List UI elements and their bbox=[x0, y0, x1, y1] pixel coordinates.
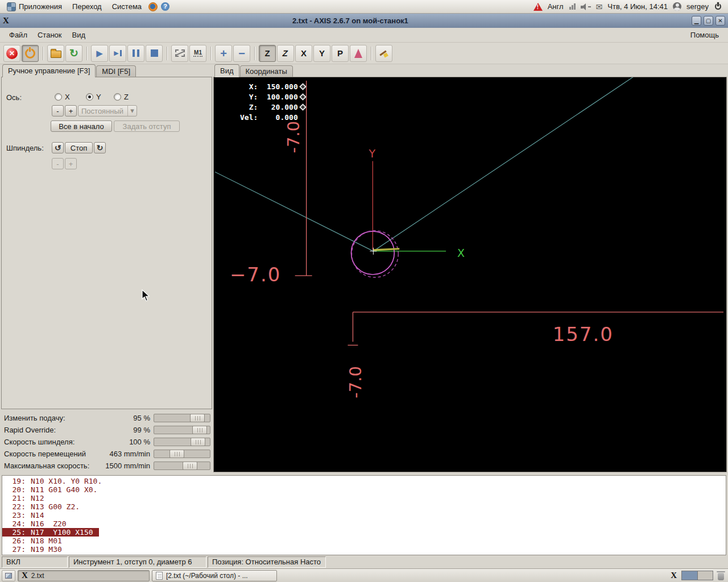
preview-canvas[interactable]: Y X -7.0 −7.0 bbox=[213, 77, 727, 472]
gcode-line-text: N12 bbox=[31, 494, 44, 502]
trash-icon[interactable] bbox=[718, 573, 724, 580]
jog-plus-button[interactable]: + bbox=[65, 105, 77, 117]
workspace-switcher[interactable] bbox=[681, 571, 713, 580]
menu-file[interactable]: Файл bbox=[5, 29, 32, 41]
titlebar[interactable]: 2.txt - AXIS 2.6.7 on мой-станок1 ▁ ▢ ✕ bbox=[0, 14, 728, 28]
gcode-line-active[interactable]: 25:N17 Y100 X150 bbox=[2, 528, 99, 537]
update-warning-icon[interactable] bbox=[533, 3, 543, 11]
home-all-button[interactable]: Все в начало bbox=[51, 120, 112, 132]
pause-program-button[interactable] bbox=[127, 45, 144, 62]
system-menu[interactable]: Система bbox=[109, 2, 145, 11]
close-button[interactable]: ✕ bbox=[715, 16, 725, 26]
tab-coordinates[interactable]: Координаты bbox=[240, 65, 293, 77]
gcode-line[interactable]: 20:N11 G01 G40 X0. bbox=[2, 485, 103, 494]
machine-power-button[interactable] bbox=[22, 45, 39, 62]
jog-minus-button[interactable]: - bbox=[52, 105, 64, 117]
firefox-launcher-icon[interactable] bbox=[148, 2, 158, 11]
reload-file-button[interactable] bbox=[65, 45, 82, 62]
gcode-line[interactable]: 23:N14 bbox=[2, 511, 49, 519]
radio-axis-z[interactable]: Z bbox=[114, 93, 129, 101]
jog-mode-select[interactable]: Постоянный bbox=[78, 105, 137, 117]
skip-lines-button[interactable] bbox=[171, 45, 188, 62]
slider-handle[interactable] bbox=[183, 462, 197, 470]
keyboard-layout-indicator[interactable]: Англ bbox=[548, 2, 564, 11]
view-y-button[interactable]: Y bbox=[313, 45, 330, 62]
preview-plot[interactable]: Y X -7.0 −7.0 bbox=[214, 77, 726, 472]
toolbar-separator bbox=[371, 47, 371, 60]
jog-speed-slider[interactable] bbox=[154, 450, 210, 458]
mail-icon[interactable] bbox=[596, 2, 603, 11]
slider-handle[interactable] bbox=[169, 450, 184, 458]
user-avatar-icon[interactable] bbox=[673, 2, 681, 11]
open-file-button[interactable] bbox=[47, 45, 64, 62]
view-z-button[interactable]: Z bbox=[259, 45, 276, 62]
menu-view[interactable]: Вид bbox=[68, 29, 90, 41]
task-editor-window[interactable]: [2.txt (~/Рабочий стол) - ... bbox=[152, 570, 277, 581]
radio-axis-y[interactable]: Y bbox=[86, 93, 101, 101]
help-launcher-icon[interactable] bbox=[161, 2, 169, 11]
rotate-view-button[interactable] bbox=[350, 45, 367, 62]
touch-off-button[interactable]: Задать отступ bbox=[114, 120, 180, 132]
view-perspective-button[interactable]: P bbox=[332, 45, 349, 62]
max-velocity-slider[interactable] bbox=[154, 462, 210, 470]
gcode-line[interactable]: 19:N10 X10. Y0 R10. bbox=[2, 477, 107, 485]
tab-mdi[interactable]: MDI [F5] bbox=[96, 65, 136, 77]
applications-menu[interactable]: Приложения bbox=[3, 2, 65, 12]
clock[interactable]: Чтв, 4 Июн, 14:41 bbox=[607, 2, 668, 11]
gcode-line[interactable]: 27:N19 M30 bbox=[2, 545, 68, 554]
zoom-in-button[interactable]: + bbox=[215, 45, 232, 62]
maximize-button[interactable]: ▢ bbox=[704, 16, 713, 26]
jog-speed-row: Скорость перемещений 463 mm/min bbox=[1, 448, 212, 460]
workspace-2[interactable] bbox=[697, 571, 713, 580]
tab-preview[interactable]: Вид bbox=[214, 64, 239, 77]
user-menu-label[interactable]: sergey bbox=[686, 2, 709, 11]
volume-icon[interactable] bbox=[581, 3, 591, 10]
tray-x-icon[interactable] bbox=[671, 571, 677, 580]
shutdown-icon[interactable] bbox=[714, 2, 722, 11]
minimize-button[interactable]: ▁ bbox=[692, 16, 701, 26]
step-program-button[interactable] bbox=[109, 45, 126, 62]
task-axis-window[interactable]: 2.txt bbox=[18, 570, 150, 581]
places-menu[interactable]: Переход bbox=[69, 2, 105, 11]
slider-handle[interactable] bbox=[190, 414, 205, 422]
estop-button[interactable] bbox=[3, 45, 20, 62]
spindle-ccw-button[interactable] bbox=[52, 142, 64, 153]
menu-machine[interactable]: Станок bbox=[33, 29, 67, 41]
left-tabbar: Ручное управление [F3] MDI [F5] bbox=[1, 64, 212, 77]
view-x-label: X bbox=[301, 48, 307, 58]
gcode-line[interactable]: 26:N18 M01 bbox=[2, 537, 68, 545]
gcode-line[interactable]: 22:N13 G00 Z2. bbox=[2, 502, 85, 511]
view-z-rotated-button[interactable]: Z bbox=[277, 45, 294, 62]
spindle-override-slider[interactable] bbox=[154, 438, 210, 446]
zoom-out-button[interactable]: − bbox=[233, 45, 250, 62]
spindle-minus-button[interactable]: - bbox=[52, 158, 64, 169]
rapid-override-slider[interactable] bbox=[154, 426, 210, 434]
feed-override-slider[interactable] bbox=[154, 414, 210, 422]
cone-icon bbox=[354, 49, 362, 58]
radio-axis-x[interactable]: X bbox=[55, 93, 70, 101]
run-program-button[interactable] bbox=[91, 45, 108, 62]
workspace-1[interactable] bbox=[682, 571, 697, 580]
slider-handle[interactable] bbox=[192, 426, 207, 434]
slider-handle[interactable] bbox=[191, 438, 205, 446]
override-sliders: Изменить подачу: 95 % Rapid Override: 99… bbox=[1, 412, 212, 472]
gcode-listing[interactable]: 19:N10 X10. Y0 R10. 20:N11 G01 G40 X0. 2… bbox=[2, 475, 726, 555]
clear-plot-button[interactable] bbox=[375, 45, 392, 62]
slider-label: Максимальная скорость: bbox=[4, 462, 102, 470]
window-list-button[interactable] bbox=[2, 570, 15, 581]
network-icon[interactable] bbox=[574, 3, 576, 10]
dro-readout: X: 150.000 Y: 100.000 Z: 20.000 Vel: 0.0… bbox=[240, 82, 298, 123]
spindle-stop-button[interactable]: Стоп bbox=[65, 142, 93, 153]
menu-help[interactable]: Помощь bbox=[686, 29, 723, 41]
spindle-cw-button[interactable] bbox=[94, 142, 106, 153]
optional-stop-button[interactable]: M1 bbox=[189, 45, 206, 62]
mouse-cursor bbox=[142, 289, 151, 303]
spindle-plus-button[interactable]: + bbox=[65, 158, 77, 169]
view-x-button[interactable]: X bbox=[295, 45, 312, 62]
gcode-line[interactable]: 24:N16 Z20 bbox=[2, 519, 72, 528]
tab-manual-control[interactable]: Ручное управление [F3] bbox=[2, 64, 96, 77]
gcode-line[interactable]: 21:N12 bbox=[2, 494, 49, 502]
toolbar-separator bbox=[210, 47, 211, 60]
spindle-label: Шпиндель: bbox=[6, 144, 44, 152]
stop-program-button[interactable] bbox=[146, 45, 163, 62]
